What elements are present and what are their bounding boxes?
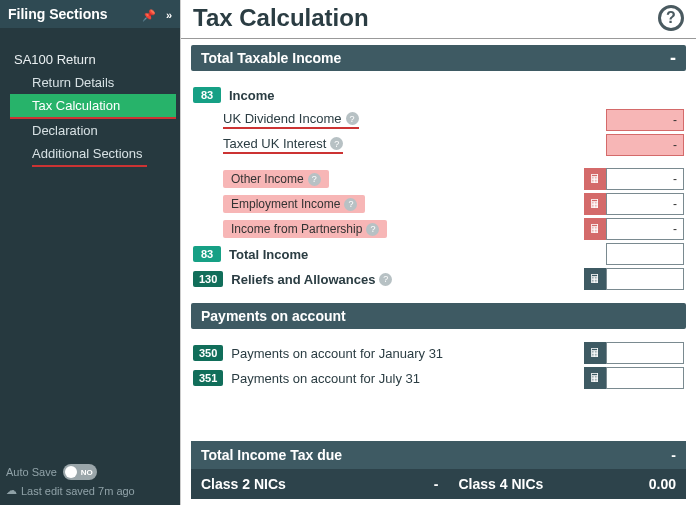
label-uk-dividend: UK Dividend Income [223, 111, 342, 126]
row-taxed-uk-interest: Taxed UK Interest ? [193, 134, 684, 156]
label-employment-income: Employment Income [231, 197, 340, 211]
calculator-icon[interactable]: 🖩 [584, 367, 606, 389]
row-reliefs: 130 Reliefs and Allowances ? 🖩 [193, 268, 684, 290]
class4-label: Class 4 NICs [439, 476, 582, 492]
calculator-icon[interactable]: 🖩 [584, 193, 606, 215]
row-uk-dividend: UK Dividend Income ? [193, 109, 684, 131]
calculator-icon[interactable]: 🖩 [584, 342, 606, 364]
tag-income: 83 [193, 87, 221, 103]
total-income-tax-label: Total Income Tax due [201, 447, 342, 463]
total-income-tax-bar: Total Income Tax due - [191, 441, 686, 469]
input-partnership-income[interactable] [606, 218, 684, 240]
class4-value: 0.00 [581, 476, 676, 492]
label-other-income: Other Income [231, 172, 304, 186]
sidebar-footer: Auto Save NO ☁ Last edit saved 7m ago [0, 456, 180, 505]
nav-declaration[interactable]: Declaration [10, 119, 176, 142]
calculator-icon[interactable]: 🖩 [584, 218, 606, 240]
help-q-icon[interactable]: ? [308, 173, 321, 186]
help-q-icon[interactable]: ? [346, 112, 359, 125]
input-payments-jul[interactable] [606, 367, 684, 389]
label-reliefs: Reliefs and Allowances [231, 272, 375, 287]
class2-label: Class 2 NICs [201, 476, 401, 492]
input-reliefs[interactable] [606, 268, 684, 290]
total-income-tax-value: - [671, 447, 676, 463]
label-jan: Payments on account for January 31 [231, 346, 576, 361]
nav-tax-calculation[interactable]: Tax Calculation [10, 94, 176, 119]
help-q-icon[interactable]: ? [366, 223, 379, 236]
class2-value: - [401, 476, 439, 492]
autosave-label: Auto Save [6, 466, 57, 478]
input-payments-jan[interactable] [606, 342, 684, 364]
row-partnership-income: Income from Partnership ? 🖩 [193, 218, 684, 240]
main-header: Tax Calculation ? [181, 0, 696, 39]
totals: Total Income Tax due - Class 2 NICs - Cl… [191, 441, 686, 499]
section-income-header[interactable]: Total Taxable Income - [191, 45, 686, 71]
input-taxed-uk[interactable] [606, 134, 684, 156]
help-q-icon[interactable]: ? [330, 137, 343, 150]
row-payments-jul: 351 Payments on account for July 31 🖩 [193, 367, 684, 389]
nav-root[interactable]: SA100 Return [10, 48, 176, 71]
sidebar-nav: SA100 Return Return Details Tax Calculat… [0, 28, 180, 171]
tag-reliefs: 130 [193, 271, 223, 287]
row-payments-jan: 350 Payments on account for January 31 🖩 [193, 342, 684, 364]
section-income-title: Total Taxable Income [201, 50, 341, 66]
tag-jan: 350 [193, 345, 223, 361]
section-payments-body: 350 Payments on account for January 31 🖩… [191, 335, 686, 396]
calculator-icon[interactable]: 🖩 [584, 268, 606, 290]
row-income: 83 Income [193, 84, 684, 106]
calculator-icon[interactable]: 🖩 [584, 168, 606, 190]
row-total-income: 83 Total Income [193, 243, 684, 265]
cloud-icon: ☁ [6, 484, 17, 497]
help-q-icon[interactable]: ? [344, 198, 357, 211]
help-q-icon[interactable]: ? [379, 273, 392, 286]
expand-icon[interactable]: » [166, 9, 172, 21]
section-income-body: 83 Income UK Dividend Income ? [191, 77, 686, 297]
input-uk-dividend[interactable] [606, 109, 684, 131]
main: Tax Calculation ? Total Taxable Income -… [180, 0, 696, 505]
page-title: Tax Calculation [193, 4, 369, 32]
label-partnership-income: Income from Partnership [231, 222, 362, 236]
autosave-row: Auto Save NO [6, 464, 174, 480]
pin-icon[interactable]: 📌 [142, 9, 156, 21]
label-taxed-uk: Taxed UK Interest [223, 136, 326, 151]
help-icon[interactable]: ? [658, 5, 684, 31]
nav-return-details[interactable]: Return Details [10, 71, 176, 94]
label-total-income: Total Income [229, 247, 308, 262]
sidebar: Filing Sections 📌 » SA100 Return Return … [0, 0, 180, 505]
input-total-income[interactable] [606, 243, 684, 265]
input-other-income[interactable] [606, 168, 684, 190]
label-jul: Payments on account for July 31 [231, 371, 576, 386]
nics-bar: Class 2 NICs - Class 4 NICs 0.00 [191, 469, 686, 499]
content: Total Taxable Income - 83 Income UK Divi… [181, 39, 696, 505]
section-payments-header[interactable]: Payments on account [191, 303, 686, 329]
tag-jul: 351 [193, 370, 223, 386]
section-payments-title: Payments on account [201, 308, 346, 324]
tag-total-income: 83 [193, 246, 221, 262]
autosave-toggle[interactable]: NO [63, 464, 97, 480]
input-employment-income[interactable] [606, 193, 684, 215]
row-employment-income: Employment Income ? 🖩 [193, 193, 684, 215]
nav-additional-sections[interactable]: Additional Sections [32, 142, 147, 167]
last-edit-text: Last edit saved 7m ago [21, 485, 135, 497]
sidebar-title: Filing Sections [8, 6, 108, 22]
collapse-icon[interactable]: - [670, 53, 676, 63]
row-other-income: Other Income ? 🖩 [193, 168, 684, 190]
sidebar-header: Filing Sections 📌 » [0, 0, 180, 28]
last-edit: ☁ Last edit saved 7m ago [6, 484, 174, 497]
label-income: Income [229, 88, 275, 103]
